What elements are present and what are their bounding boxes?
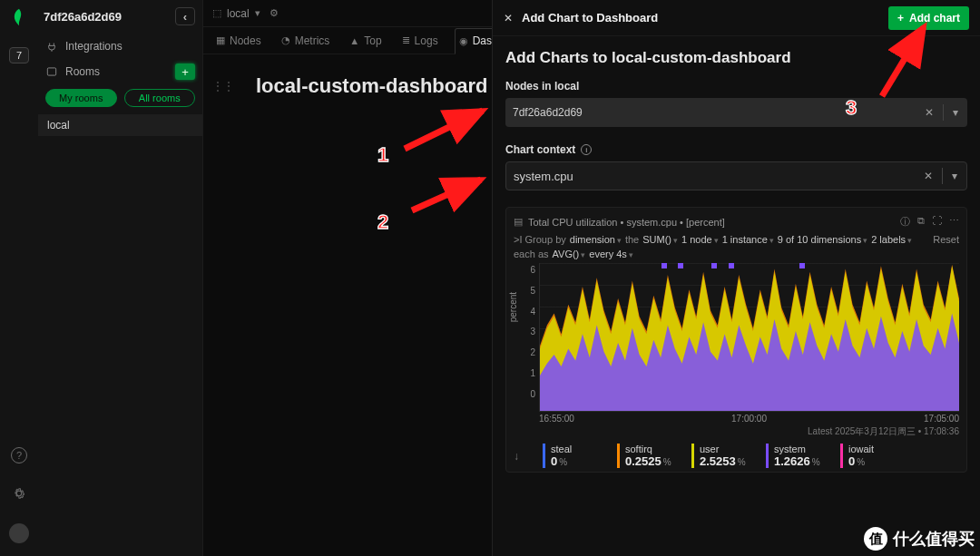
space-name: 7df26a6d2d69 — [44, 10, 122, 24]
info-icon[interactable]: i — [581, 144, 592, 155]
svg-line-2 — [412, 180, 481, 210]
y-axis-label: percent — [508, 292, 518, 322]
room-item-local[interactable]: local — [38, 114, 202, 136]
node-selector[interactable]: 7df26a6d2d69 ✕ ▾ — [505, 98, 967, 127]
sidebar-item-rooms[interactable]: Rooms + — [38, 58, 202, 85]
card-title: Total CPU utilization • system.cpu • [pe… — [528, 217, 725, 228]
x-axis: 16:55:0017:00:0017:05:00 — [514, 412, 959, 424]
agg-avg[interactable]: AVG() — [553, 249, 586, 259]
metrics-icon: ◔ — [281, 34, 290, 46]
tab-nodes[interactable]: ▦Nodes — [212, 27, 265, 54]
legend: ↓ steal0% softirq0.2525% user2.5253% sys… — [514, 440, 959, 468]
clear-context-icon[interactable]: ✕ — [922, 170, 935, 182]
arrow-3 — [877, 22, 931, 102]
context-input[interactable] — [514, 170, 922, 183]
latest-timestamp: Latest 2025年3月12日周三 • 17:08:36 — [514, 424, 959, 440]
context-label-row: Chart context i — [505, 143, 967, 156]
dashboard-icon: ◉ — [459, 35, 468, 47]
y-axis: 6543210 — [514, 263, 539, 412]
expand-card-icon[interactable]: ⛶ — [932, 215, 942, 229]
svg-line-3 — [882, 27, 924, 96]
menu-card-icon[interactable]: ⋯ — [949, 215, 959, 229]
legend-item[interactable]: steal0% — [543, 444, 601, 468]
chevron-down-icon: ▾ — [255, 7, 260, 19]
collapse-sidebar-button[interactable]: ‹ — [175, 7, 195, 25]
watermark-icon: 值 — [864, 527, 887, 551]
groupby-dimension[interactable]: dimension — [570, 234, 622, 245]
context-chevron-down-icon[interactable]: ▾ — [950, 170, 959, 182]
legend-item[interactable]: user2.5253% — [691, 444, 750, 468]
panel-title: Add Chart to Dashboard — [522, 11, 658, 24]
chart-plot[interactable]: percent 6543210 — [514, 263, 959, 412]
help-icon[interactable]: ? — [11, 447, 27, 463]
watermark-text: 什么值得买 — [893, 528, 975, 550]
chip-every[interactable]: every 4s — [589, 249, 633, 259]
nodes-icon: ▦ — [216, 34, 225, 46]
all-rooms-pill[interactable]: All rooms — [124, 89, 196, 107]
avatar[interactable] — [9, 523, 29, 543]
node-chevron-down-icon[interactable]: ▾ — [951, 106, 960, 119]
integrations-label: Integrations — [65, 40, 122, 53]
room-toggle: My rooms All rooms — [38, 85, 202, 114]
chart-preview-card: ▤ Total CPU utilization • system.cpu • [… — [505, 207, 967, 473]
close-icon[interactable]: ✕ — [504, 12, 513, 24]
main-area: ⬚ local ▾ ⚙ ▦Nodes ◔Metrics ▲Top ≣Logs ◉… — [203, 0, 980, 556]
drag-handle-icon[interactable]: ⋮⋮ — [203, 80, 234, 93]
space-name-row: 7df26a6d2d69 ‹ — [38, 5, 202, 34]
top-icon: ▲ — [349, 35, 359, 46]
sidebar: 7df26a6d2d69 ‹ Integrations Rooms + My r… — [38, 0, 203, 556]
clear-node-icon[interactable]: ✕ — [923, 106, 936, 119]
reset-button[interactable]: Reset — [933, 234, 959, 245]
rooms-label: Rooms — [65, 65, 100, 78]
space-count-badge[interactable]: 7 — [9, 47, 29, 63]
chip-dims[interactable]: 9 of 10 dimensions — [778, 234, 867, 245]
chip-instance[interactable]: 1 instance — [722, 234, 774, 245]
legend-item[interactable]: iowait0% — [840, 444, 898, 468]
watermark: 值 什么值得买 — [864, 527, 975, 551]
chip-nodes[interactable]: 1 node — [681, 234, 719, 245]
info-card-icon[interactable]: ⓘ — [900, 215, 910, 229]
arrow-2 — [407, 174, 488, 216]
svg-line-1 — [405, 111, 483, 149]
copy-card-icon[interactable]: ⧉ — [917, 215, 925, 229]
room-name: local — [227, 7, 250, 20]
legend-item[interactable]: softirq0.2525% — [617, 444, 675, 468]
chip-labels[interactable]: 2 labels — [871, 234, 912, 245]
room-icon: ⬚ — [212, 7, 221, 19]
chart-type-icon[interactable]: ▤ — [514, 216, 523, 228]
sidebar-item-integrations[interactable]: Integrations — [38, 34, 202, 58]
agg-sum[interactable]: SUM() — [642, 234, 678, 245]
tab-top[interactable]: ▲Top — [346, 27, 385, 54]
left-rail: 7 ? — [0, 0, 38, 556]
context-selector[interactable]: ✕ ▾ — [505, 161, 967, 190]
rooms-icon — [45, 65, 58, 78]
context-label: Chart context — [505, 143, 575, 156]
node-value: 7df26a6d2d69 — [513, 106, 923, 119]
svg-rect-0 — [47, 68, 55, 75]
legend-item[interactable]: system1.2626% — [766, 444, 824, 468]
room-settings-icon[interactable]: ⚙ — [270, 7, 279, 19]
plug-icon — [45, 40, 58, 53]
settings-icon[interactable] — [11, 485, 27, 502]
annotation-1: 1 — [377, 143, 388, 167]
my-rooms-pill[interactable]: My rooms — [45, 89, 117, 107]
arrow-1 — [399, 105, 490, 154]
room-selector[interactable]: ⬚ local ▾ — [212, 7, 260, 20]
logs-icon: ≣ — [402, 34, 410, 46]
add-room-button[interactable]: + — [175, 63, 195, 80]
tab-logs[interactable]: ≣Logs — [398, 27, 442, 54]
download-icon[interactable]: ↓ — [514, 450, 526, 463]
logo-icon — [9, 7, 29, 27]
plot-area[interactable] — [539, 263, 959, 412]
tab-metrics[interactable]: ◔Metrics — [278, 27, 334, 54]
annotation-2: 2 — [377, 210, 388, 234]
